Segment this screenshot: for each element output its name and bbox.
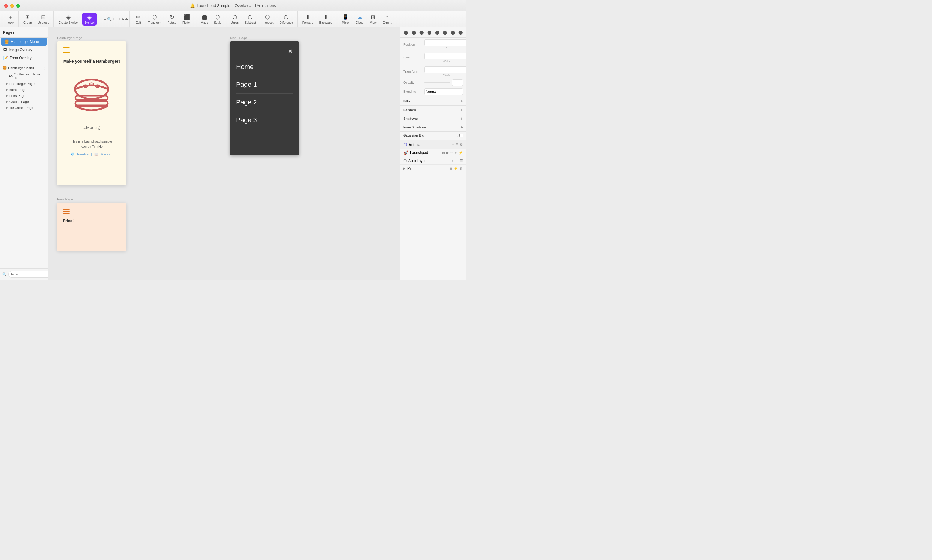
layer-hamburger-menu-parent[interactable]: 🍔 Hamburger Menu ⬚ bbox=[0, 65, 48, 71]
rotate-input[interactable] bbox=[424, 66, 466, 73]
pin-delete-icon[interactable]: 🗑 bbox=[459, 166, 463, 171]
anima-expand-icon[interactable]: ⊞ bbox=[456, 143, 459, 147]
fries-page-title: Fries! bbox=[63, 218, 120, 223]
intersect-button[interactable]: ⬡ Intersect bbox=[259, 12, 276, 26]
sidebar-page-image-overlay[interactable]: 🖼 Image Overlay bbox=[0, 46, 48, 54]
al-row-icon[interactable]: ⊟ bbox=[456, 159, 459, 163]
cloud-button[interactable]: ☁ Cloud bbox=[353, 12, 366, 26]
gaussian-blur-dropdown-icon[interactable]: ⌄ bbox=[456, 134, 458, 137]
canvas[interactable]: Hamburger Page Make yourself a Hamburger… bbox=[48, 27, 400, 280]
backward-button[interactable]: ⬇ Backward bbox=[317, 12, 335, 26]
distribute-h-icon[interactable]: ⬤ bbox=[450, 29, 456, 35]
fills-section[interactable]: Fills + bbox=[400, 97, 466, 105]
pin-grid-icon[interactable]: ⊞ bbox=[450, 166, 453, 171]
minimize-button[interactable] bbox=[10, 4, 14, 8]
mirror-button[interactable]: 📱 Mirror bbox=[339, 12, 352, 26]
zoom-value: 102% bbox=[119, 17, 128, 21]
launchpad-expand-icon[interactable]: ⊞ bbox=[454, 151, 457, 155]
distribute-v-icon[interactable]: ⬤ bbox=[457, 29, 464, 35]
align-top-icon[interactable]: ⬤ bbox=[426, 29, 433, 35]
align-left-icon[interactable]: ⬤ bbox=[403, 29, 409, 35]
close-button[interactable] bbox=[4, 4, 8, 8]
inner-shadows-section[interactable]: Inner Shadows + bbox=[400, 123, 466, 131]
zoom-minus[interactable]: − bbox=[104, 17, 106, 21]
gaussian-blur-section[interactable]: Gaussian Blur ⌄ bbox=[400, 131, 466, 139]
difference-button[interactable]: ⬡ Difference bbox=[277, 12, 295, 26]
al-grid-icon[interactable]: ⊞ bbox=[451, 159, 454, 163]
fullscreen-button[interactable] bbox=[16, 4, 20, 8]
export-button[interactable]: ↑ Export bbox=[381, 13, 394, 26]
gaussian-blur-checkbox[interactable] bbox=[459, 134, 463, 137]
rotate-input-group: Rotate bbox=[424, 66, 466, 76]
fries-phone[interactable]: Fries! bbox=[57, 203, 126, 251]
layer-text-sample[interactable]: Aa On this sample we de bbox=[0, 71, 48, 81]
layer-grapes-page[interactable]: ▶ Grapes Page bbox=[0, 99, 48, 105]
add-border-button[interactable]: + bbox=[461, 108, 463, 112]
menu-overlay[interactable]: ✕ Home Page 1 Page 2 Page 3 bbox=[230, 42, 299, 155]
mask-icon: ⬤ bbox=[202, 14, 208, 20]
align-center-v-icon[interactable]: ⬤ bbox=[434, 29, 441, 35]
edit-button[interactable]: ✏ Edit bbox=[132, 12, 144, 26]
layer-menu-page[interactable]: ▶ Menu Page bbox=[0, 87, 48, 93]
shadows-section[interactable]: Shadows + bbox=[400, 114, 466, 123]
launchpad-more-icon[interactable]: ··· bbox=[450, 151, 453, 155]
transform-button[interactable]: ⬡ Transform bbox=[145, 12, 164, 26]
mask-button[interactable]: ⬤ Mask bbox=[199, 12, 211, 26]
subtract-button[interactable]: ⬡ Subtract bbox=[242, 12, 258, 26]
opacity-input[interactable] bbox=[452, 79, 463, 86]
union-button[interactable]: ⬡ Union bbox=[228, 12, 241, 26]
align-center-h-icon[interactable]: ⬤ bbox=[410, 29, 417, 35]
layer-fries-page[interactable]: ▶ Fries Page bbox=[0, 93, 48, 99]
menu-item-page1[interactable]: Page 1 bbox=[236, 76, 293, 94]
add-fill-button[interactable]: + bbox=[461, 99, 463, 103]
borders-section[interactable]: Borders + bbox=[400, 105, 466, 114]
width-input[interactable] bbox=[424, 53, 466, 59]
align-bottom-icon[interactable]: ⬤ bbox=[442, 29, 448, 35]
hamburger-phone[interactable]: Make yourself a Hamburger! bbox=[57, 42, 126, 185]
add-shadow-button[interactable]: + bbox=[461, 116, 463, 121]
add-page-button[interactable]: + bbox=[39, 29, 45, 35]
freebie-link[interactable]: Freebie bbox=[77, 152, 88, 157]
sidebar-page-form-overlay[interactable]: 📝 Form Overlay bbox=[0, 54, 48, 62]
anima-settings-icon[interactable]: ⚙ bbox=[460, 143, 463, 147]
scale-button[interactable]: ⬡ Scale bbox=[212, 12, 224, 26]
forward-button[interactable]: ⬆ Forward bbox=[300, 12, 316, 26]
menu-item-page2[interactable]: Page 2 bbox=[236, 94, 293, 111]
flatten-button[interactable]: ⬛ Flatten bbox=[180, 12, 194, 26]
forward-label: Forward bbox=[302, 21, 313, 24]
hamburger-menu-icon[interactable] bbox=[63, 48, 70, 53]
layer-hamburger-page[interactable]: ▶ Hamburger Page bbox=[0, 81, 48, 87]
opacity-label: Opacity bbox=[403, 81, 422, 84]
layer-name: Hamburger Page bbox=[9, 82, 34, 86]
menu-item-home[interactable]: Home bbox=[236, 58, 293, 76]
menu-item-page3[interactable]: Page 3 bbox=[236, 111, 293, 129]
medium-link[interactable]: Medium bbox=[101, 152, 112, 157]
launchpad-link-icon[interactable]: ⚡ bbox=[459, 151, 463, 155]
rotate-button[interactable]: ↻ Rotate bbox=[165, 12, 179, 26]
ungroup-button[interactable]: ⊟ Ungroup bbox=[35, 12, 52, 26]
layer-ice-cream-page[interactable]: ▶ Ice Cream Page bbox=[0, 105, 48, 111]
x-input[interactable] bbox=[424, 39, 466, 46]
zoom-plus[interactable]: + bbox=[113, 17, 115, 21]
opacity-slider[interactable] bbox=[424, 82, 450, 83]
create-symbol-button[interactable]: ◈ Create Symbol bbox=[56, 12, 81, 26]
align-right-icon[interactable]: ⬤ bbox=[418, 29, 425, 35]
insert-button[interactable]: ＋ Insert bbox=[4, 12, 17, 26]
symbol-button[interactable]: ◈ Symbol bbox=[82, 12, 97, 26]
add-inner-shadow-button[interactable]: + bbox=[461, 125, 463, 130]
menu-close-button[interactable]: ✕ bbox=[288, 48, 293, 55]
pin-arrow-icon[interactable]: ▶ bbox=[403, 167, 406, 170]
pin-link-icon[interactable]: ⚡ bbox=[454, 166, 458, 171]
group-button[interactable]: ⊞ Group bbox=[21, 12, 34, 26]
anima-minimize-icon[interactable]: − bbox=[452, 143, 454, 147]
fries-menu-icon[interactable] bbox=[63, 209, 120, 214]
sidebar-page-hamburger-menu[interactable]: 🍔 Hamburger Menu bbox=[1, 37, 46, 46]
blending-select[interactable]: Normal bbox=[424, 88, 463, 95]
group-icon: ⊞ bbox=[25, 14, 30, 20]
zoom-display[interactable]: − 🔍 + bbox=[102, 16, 117, 23]
al-col-icon[interactable]: ☰ bbox=[460, 159, 463, 163]
view-button[interactable]: ⊞ View bbox=[367, 12, 379, 26]
launchpad-grid-icon[interactable]: ⊞ bbox=[442, 151, 445, 155]
group-ungroup-group: ⊞ Group ⊟ Ungroup bbox=[19, 11, 54, 27]
launchpad-arrow-icon[interactable]: ▶ bbox=[446, 151, 449, 155]
